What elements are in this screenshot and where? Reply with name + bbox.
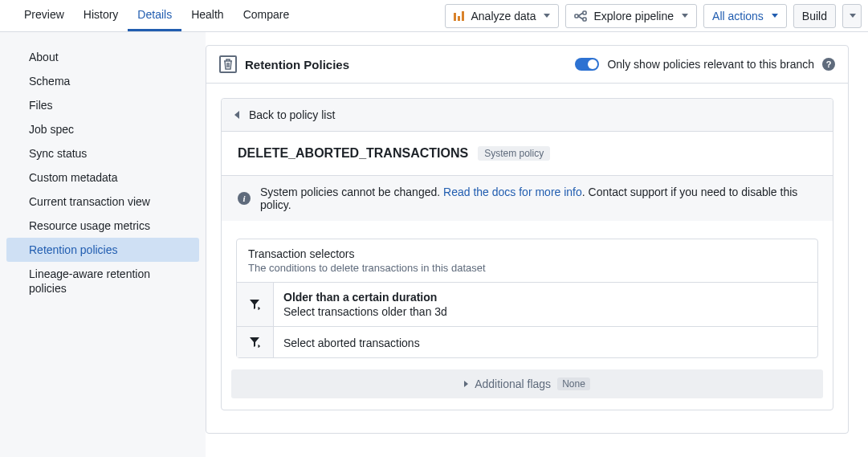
selectors-title: Transaction selectors	[248, 247, 806, 260]
bar-chart-icon	[454, 11, 464, 21]
toggle-wrap: Only show policies relevant to this bran…	[575, 58, 835, 71]
notice-pre: System policies cannot be changed.	[260, 186, 443, 198]
build-label: Build	[802, 10, 827, 22]
chevron-right-icon	[464, 381, 468, 387]
filter-icon	[249, 299, 262, 310]
read-docs-link[interactable]: Read the docs for more info	[443, 186, 582, 198]
policy-name: DELETE_ABORTED_TRANSACTIONS	[238, 146, 468, 161]
sidebar-item-job-spec[interactable]: Job spec	[6, 117, 199, 141]
explore-pipeline-button[interactable]: Explore pipeline	[565, 4, 697, 28]
selector-content: Select aborted transactions	[274, 327, 817, 357]
policy-title-row: DELETE_ABORTED_TRANSACTIONS System polic…	[222, 132, 833, 176]
selector-icon-cell	[237, 327, 274, 357]
sidebar: About Schema Files Job spec Sync status …	[0, 32, 206, 457]
system-policy-chip: System policy	[478, 146, 550, 161]
topbar-tabs: Preview History Details Health Compare	[0, 0, 299, 31]
tab-compare[interactable]: Compare	[234, 0, 300, 31]
analyze-data-label: Analyze data	[471, 10, 536, 22]
sidebar-item-resource-usage-metrics[interactable]: Resource usage metrics	[6, 214, 199, 238]
panel-title: Retention Policies	[245, 58, 349, 71]
tab-health[interactable]: Health	[181, 0, 233, 31]
svg-rect-2	[583, 18, 586, 21]
panel-body: Back to policy list DELETE_ABORTED_TRANS…	[206, 84, 848, 433]
pipeline-icon	[574, 10, 587, 22]
svg-rect-0	[575, 14, 578, 18]
chevron-down-icon	[544, 14, 550, 18]
additional-flags-label: Additional flags	[475, 377, 551, 390]
selector-row-title: Older than a certain duration	[283, 291, 808, 304]
build-dropdown-button[interactable]	[842, 4, 862, 28]
build-button[interactable]: Build	[793, 4, 836, 28]
tab-details[interactable]: Details	[128, 0, 181, 31]
topbar: Preview History Details Health Compare A…	[0, 0, 868, 32]
analyze-data-button[interactable]: Analyze data	[445, 4, 559, 28]
panel-header: Retention Policies Only show policies re…	[206, 46, 848, 84]
selector-icon-cell	[237, 283, 274, 326]
chevron-left-icon	[234, 111, 239, 119]
selector-row-desc: Select transactions older than 3d	[283, 305, 808, 318]
filter-icon	[249, 337, 262, 348]
all-actions-label: All actions	[712, 10, 764, 22]
sidebar-item-current-transaction-view[interactable]: Current transaction view	[6, 190, 199, 214]
sidebar-item-custom-metadata[interactable]: Custom metadata	[6, 165, 199, 190]
notice-text: System policies cannot be changed. Read …	[260, 186, 817, 211]
sidebar-item-lineage-aware-retention-policies[interactable]: Lineage-aware retention policies	[6, 262, 199, 300]
back-to-policy-list-button[interactable]: Back to policy list	[222, 99, 833, 132]
selectors-subtitle: The conditions to delete transactions in…	[248, 262, 806, 274]
chevron-down-icon	[850, 14, 856, 18]
selector-content: Older than a certain duration Select tra…	[274, 283, 817, 326]
tab-preview[interactable]: Preview	[14, 0, 74, 31]
back-label: Back to policy list	[249, 108, 335, 121]
trash-icon	[219, 55, 237, 73]
all-actions-button[interactable]: All actions	[703, 4, 787, 28]
selector-row: Select aborted transactions	[237, 326, 817, 357]
svg-rect-1	[583, 11, 586, 14]
topbar-actions: Analyze data Explore pipeline All action…	[445, 0, 868, 31]
additional-flags-value: None	[557, 377, 590, 390]
panel-title-wrap: Retention Policies	[219, 55, 349, 73]
tab-history[interactable]: History	[74, 0, 128, 31]
help-icon[interactable]: ?	[822, 58, 835, 71]
sidebar-item-retention-policies[interactable]: Retention policies	[6, 238, 199, 262]
info-icon: i	[238, 192, 251, 205]
sidebar-item-schema[interactable]: Schema	[6, 69, 199, 93]
selectors-header: Transaction selectors The conditions to …	[237, 239, 817, 282]
sidebar-item-files[interactable]: Files	[6, 93, 199, 117]
sidebar-item-sync-status[interactable]: Sync status	[6, 141, 199, 165]
main: Retention Policies Only show policies re…	[206, 32, 868, 457]
body: About Schema Files Job spec Sync status …	[0, 32, 868, 457]
retention-policies-panel: Retention Policies Only show policies re…	[206, 45, 849, 434]
sidebar-item-about[interactable]: About	[6, 45, 199, 69]
explore-pipeline-label: Explore pipeline	[593, 10, 674, 22]
toggle-label: Only show policies relevant to this bran…	[607, 58, 814, 71]
additional-flags-toggle[interactable]: Additional flags None	[231, 369, 823, 398]
system-policy-notice: i System policies cannot be changed. Rea…	[222, 176, 833, 221]
chevron-down-icon	[682, 14, 688, 18]
selector-row: Older than a certain duration Select tra…	[237, 282, 817, 326]
chevron-down-icon	[772, 14, 778, 18]
transaction-selectors-panel: Transaction selectors The conditions to …	[236, 239, 818, 358]
policy-detail-subpanel: Back to policy list DELETE_ABORTED_TRANS…	[221, 98, 833, 410]
relevant-branch-toggle[interactable]	[575, 58, 599, 71]
selector-row-desc: Select aborted transactions	[283, 337, 808, 349]
